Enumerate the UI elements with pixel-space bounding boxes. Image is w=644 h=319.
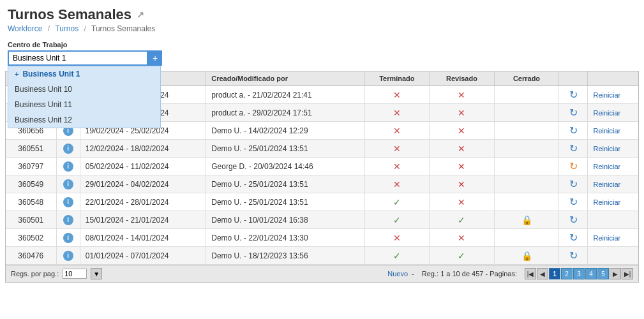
- reiniciar-link[interactable]: Reiniciar: [593, 181, 620, 188]
- refresh-button[interactable]: ↻: [569, 160, 578, 172]
- col-header-creado: Creado/Modificado por: [206, 71, 364, 86]
- dropdown-item-bu11[interactable]: Business Unit 11: [8, 97, 160, 112]
- cell-creado: Demo U. - 18/12/2023 13:56: [206, 247, 364, 265]
- x-icon: ✕: [458, 126, 465, 136]
- refresh-button[interactable]: ↻: [569, 178, 578, 190]
- refresh-button[interactable]: ↻: [569, 232, 578, 244]
- cell-cerrado: [494, 140, 559, 158]
- cell-info: i: [56, 140, 80, 158]
- dropdown-item-bu12[interactable]: Business Unit 12: [8, 112, 160, 128]
- cell-action: Reiniciar: [588, 193, 638, 211]
- new-button[interactable]: Nuevo: [387, 270, 408, 278]
- page-1-button[interactable]: 1: [549, 268, 560, 279]
- refresh-button[interactable]: ↻: [569, 107, 578, 119]
- reiniciar-link[interactable]: Reiniciar: [593, 163, 620, 170]
- cell-dates: 01/01/2024 - 07/01/2024: [80, 247, 206, 265]
- cell-creado: Demo U. - 22/01/2024 13:30: [206, 229, 364, 247]
- reiniciar-link[interactable]: Reiniciar: [593, 198, 620, 206]
- cell-terminado: ✕: [364, 158, 430, 175]
- cell-revisado: ✕: [430, 104, 495, 122]
- cell-revisado: ✕: [430, 158, 495, 175]
- reiniciar-link[interactable]: Reiniciar: [593, 145, 620, 152]
- reiniciar-link[interactable]: Reiniciar: [593, 234, 620, 242]
- refresh-button[interactable]: ↻: [569, 89, 578, 101]
- reiniciar-link[interactable]: Reiniciar: [593, 127, 620, 135]
- info-button[interactable]: i: [63, 144, 73, 154]
- cell-revisado: ✓: [430, 247, 495, 265]
- x-icon: ✕: [458, 90, 465, 100]
- expand-icon[interactable]: ↗: [137, 10, 144, 20]
- cell-terminado: ✕: [364, 122, 430, 140]
- cell-terminado: ✓: [364, 193, 430, 211]
- cell-revisado: ✓: [430, 211, 495, 229]
- page-first-button[interactable]: |◀: [525, 268, 536, 279]
- refresh-button[interactable]: ↻: [569, 142, 578, 154]
- add-centro-button[interactable]: +: [148, 50, 162, 66]
- centro-trabajo-input[interactable]: [8, 50, 148, 66]
- cell-info: i: [56, 247, 80, 265]
- refresh-button[interactable]: ↻: [569, 196, 578, 208]
- cell-creado: product a. - 29/02/2024 17:51: [206, 104, 364, 122]
- check-icon: ✓: [458, 251, 465, 261]
- breadcrumb-current: Turnos Semanales: [91, 24, 155, 33]
- cell-refresh: ↻: [559, 122, 588, 140]
- x-icon: ✕: [393, 179, 401, 189]
- cell-id: 360549: [6, 175, 56, 193]
- reiniciar-link[interactable]: Reiniciar: [593, 91, 620, 99]
- reg-info: Reg.: 1 a 10 de 457 - Paginas:: [422, 270, 517, 278]
- cell-cerrado: 🔒: [494, 211, 559, 229]
- cell-revisado: ✕: [430, 140, 495, 158]
- cell-action: [588, 247, 638, 265]
- cell-revisado: ✕: [430, 229, 495, 247]
- cell-action: Reiniciar: [588, 122, 638, 140]
- page-5-button[interactable]: 5: [597, 268, 609, 279]
- page-next-button[interactable]: ▶: [610, 268, 621, 279]
- x-icon: ✕: [393, 90, 401, 100]
- page-2-button[interactable]: 2: [561, 268, 573, 279]
- cell-action: Reiniciar: [588, 140, 638, 158]
- page-prev-button[interactable]: ◀: [537, 268, 548, 279]
- cell-action: Reiniciar: [588, 229, 638, 247]
- breadcrumb-turnos[interactable]: Turnos: [55, 24, 79, 33]
- cell-cerrado: [494, 86, 559, 104]
- x-icon: ✕: [393, 108, 401, 118]
- cell-cerrado: [494, 104, 559, 122]
- info-button[interactable]: i: [63, 233, 73, 243]
- cell-info: i: [56, 158, 80, 175]
- dropdown-item-bu10[interactable]: Business Unit 10: [8, 82, 160, 97]
- table-row: 360549i29/01/2024 - 04/02/2024Demo U. - …: [6, 175, 638, 193]
- cell-terminado: ✕: [364, 175, 430, 193]
- cell-action: [588, 211, 638, 229]
- dropdown-item-bu1[interactable]: + Business Unit 1: [8, 66, 160, 82]
- dropdown-scroll-area[interactable]: + Business Unit 1 Business Unit 10 Busin…: [8, 66, 160, 128]
- info-button[interactable]: i: [63, 197, 73, 207]
- info-button[interactable]: i: [63, 251, 73, 261]
- cell-info: i: [56, 211, 80, 229]
- page-4-button[interactable]: 4: [585, 268, 597, 279]
- cell-dates: 15/01/2024 - 21/01/2024: [80, 211, 206, 229]
- refresh-button[interactable]: ↻: [569, 214, 578, 226]
- table-row: 360548i22/01/2024 - 28/01/2024Demo U. - …: [6, 193, 638, 211]
- info-button[interactable]: i: [63, 215, 73, 225]
- regs-down-button[interactable]: ▼: [91, 268, 102, 279]
- cell-creado: George D. - 20/03/2024 14:46: [206, 158, 364, 175]
- reiniciar-link[interactable]: Reiniciar: [593, 109, 620, 117]
- refresh-button[interactable]: ↻: [569, 249, 578, 262]
- page-title: Turnos Semanales ↗: [8, 6, 636, 23]
- refresh-button[interactable]: ↻: [569, 124, 578, 137]
- regs-per-page-input[interactable]: [63, 269, 87, 279]
- cell-dates: 29/01/2024 - 04/02/2024: [80, 175, 206, 193]
- info-button[interactable]: i: [63, 161, 73, 172]
- cell-id: 360551: [6, 140, 56, 158]
- page-3-button[interactable]: 3: [573, 268, 585, 279]
- breadcrumb-workforce[interactable]: Workforce: [8, 24, 42, 33]
- cell-id: 360501: [6, 211, 56, 229]
- pagination: |◀ ◀ 1 2 3 4 5 ▶ ▶|: [525, 268, 633, 279]
- table-row: 360502i08/01/2024 - 14/01/2024Demo U. - …: [6, 229, 638, 247]
- active-check-icon: +: [15, 70, 19, 78]
- table-row: 360551i12/02/2024 - 18/02/2024Demo U. - …: [6, 140, 638, 158]
- cell-terminado: ✕: [364, 104, 430, 122]
- page-last-button[interactable]: ▶|: [622, 268, 633, 279]
- check-icon: ✓: [393, 215, 401, 225]
- info-button[interactable]: i: [63, 179, 73, 189]
